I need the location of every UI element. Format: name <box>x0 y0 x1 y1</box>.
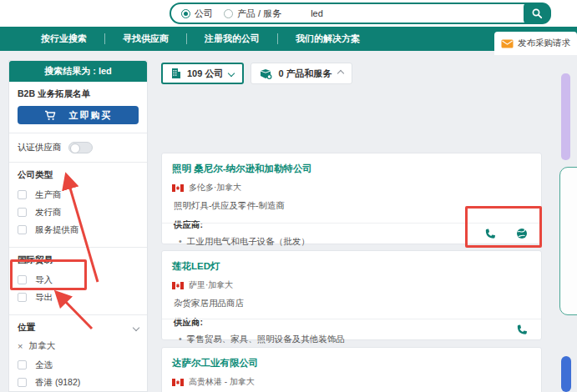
checkbox[interactable] <box>18 378 27 387</box>
selected-location-label: 加拿大 <box>28 340 55 352</box>
trade-title: 国际贸易 <box>18 254 53 266</box>
products-services-tab[interactable]: 0 产品和服务 <box>251 63 352 84</box>
main-nav: 按行业搜索 寻找供应商 注册我的公司 我们的解决方案 <box>0 27 577 51</box>
post-sourcing-request-button[interactable]: 发布采购请求 <box>494 32 577 55</box>
company-type-section: 公司类型 生产商 发行商 服务提供商 <box>9 163 147 248</box>
company-location: 高贵林港 - 加拿大 <box>189 376 255 388</box>
search-input[interactable]: led <box>311 8 323 18</box>
phone-icon <box>515 324 528 335</box>
filter-label: 香港 (9182) <box>35 377 80 389</box>
filter-label: 生产商 <box>35 189 62 201</box>
location-title: 位置 <box>18 322 35 334</box>
search-results-header: 搜索结果为 : led <box>9 61 147 82</box>
buy-now-label: 立即购买 <box>69 109 113 122</box>
selected-location-tag: × 加拿大 <box>18 339 139 354</box>
building-icon <box>171 68 181 79</box>
company-location: 多伦多·加拿大 <box>189 182 241 193</box>
canada-flag-icon <box>172 184 184 192</box>
checkbox[interactable] <box>18 293 27 302</box>
chevron-down-icon <box>228 70 235 77</box>
filter-label: 导入 <box>35 274 53 286</box>
results-type-bar: 109 公司 0 产品和服务 <box>161 63 352 84</box>
company-location: 萨里·加拿大 <box>189 279 233 291</box>
search-icon <box>531 8 544 20</box>
package-icon <box>260 68 272 79</box>
checkbox[interactable] <box>18 190 27 199</box>
chevron-down-icon[interactable] <box>133 324 139 331</box>
supplier-search-page: 公司 产品 / 服务 led 按行业搜索 寻找供应商 注册我的公司 我们的解决方… <box>0 0 577 392</box>
companies-tab-label: 109 公司 <box>187 68 223 80</box>
checkbox[interactable] <box>18 208 27 217</box>
card-actions <box>162 319 541 339</box>
search-type-and-input: 公司 产品 / 服务 led <box>170 3 550 24</box>
canada-flag-icon <box>172 379 184 386</box>
filter-manufacturer[interactable]: 生产商 <box>18 186 139 204</box>
canada-flag-icon <box>172 282 184 289</box>
verified-supplier-row: 认证供应商 <box>9 133 147 163</box>
card-actions <box>162 223 541 244</box>
b2b-list-title: B2B 业务拓展名单 <box>18 88 139 100</box>
nav-search-by-industry[interactable]: 按行业搜索 <box>23 33 104 45</box>
phone-icon <box>483 228 496 239</box>
filter-label: 全选 <box>35 359 53 371</box>
phone-button[interactable] <box>483 228 496 239</box>
website-button[interactable] <box>516 228 528 239</box>
filter-label: 发行商 <box>35 207 62 219</box>
location-section: 位置 × 加拿大 全选 香港 (9182) 中国 (2206) 印度 (1 <box>9 315 147 392</box>
globe-icon <box>516 228 528 239</box>
company-radio[interactable] <box>181 9 190 18</box>
product-service-radio-label[interactable]: 产品 / 服务 <box>237 8 281 20</box>
b2b-list-section: B2B 业务拓展名单 立即购买 <box>9 82 147 133</box>
filter-export[interactable]: 导出 <box>18 289 139 306</box>
filter-label: 服务提供商 <box>35 224 79 236</box>
company-category: 杂货家居用品商店 <box>172 298 531 309</box>
scrollbar-thumb[interactable] <box>561 73 570 160</box>
checkbox[interactable] <box>18 275 27 284</box>
company-category: 照明灯具-供应及零件-制造商 <box>172 200 531 212</box>
side-panel-edge <box>559 167 577 315</box>
cart-icon <box>44 110 56 121</box>
company-name-link[interactable]: 莲花LED灯 <box>172 260 531 273</box>
phone-button[interactable] <box>515 324 528 335</box>
buy-now-button[interactable]: 立即购买 <box>18 106 139 124</box>
nav-find-suppliers[interactable]: 寻找供应商 <box>105 33 186 45</box>
product-service-radio[interactable] <box>224 9 233 18</box>
company-name-link[interactable]: 达萨尔工业有限公司 <box>172 357 531 369</box>
filter-import[interactable]: 导入 <box>18 271 139 289</box>
international-trade-section: 国际贸易 导入 导出 <box>9 248 147 315</box>
filter-service-provider[interactable]: 服务提供商 <box>18 221 139 239</box>
verified-supplier-toggle[interactable] <box>68 142 93 153</box>
companies-tab[interactable]: 109 公司 <box>161 63 244 84</box>
right-blue-bar <box>561 356 571 392</box>
verified-supplier-label: 认证供应商 <box>18 142 62 153</box>
search-button[interactable] <box>524 3 551 24</box>
result-card: 莲花LED灯 萨里·加拿大 杂货家居用品商店 供应商: •零售贸易、家具、照明设… <box>161 250 542 340</box>
chevron-up-icon <box>337 70 343 77</box>
nav-register-company[interactable]: 注册我的公司 <box>187 33 277 45</box>
filter-hong-kong[interactable]: 香港 (9182) <box>18 374 139 391</box>
envelope-icon <box>501 39 514 48</box>
top-search-bar: 公司 产品 / 服务 led <box>0 0 577 27</box>
filters-sidebar: 搜索结果为 : led B2B 业务拓展名单 立即购买 认证供应商 公司类型 生… <box>8 60 148 392</box>
checkbox[interactable] <box>18 225 27 234</box>
result-card: 照明 桑尼尔-纳尔逊和加勒特公司 多伦多·加拿大 照明灯具-供应及零件-制造商 … <box>161 153 542 244</box>
filter-label: 导出 <box>35 292 53 304</box>
company-radio-label[interactable]: 公司 <box>195 8 213 20</box>
nav-our-solutions[interactable]: 我们的解决方案 <box>278 33 377 45</box>
company-type-title: 公司类型 <box>18 169 53 181</box>
products-tab-label: 0 产品和服务 <box>278 68 332 80</box>
remove-tag-icon[interactable]: × <box>18 342 23 351</box>
result-card: 达萨尔工业有限公司 高贵林港 - 加拿大 电灯泡和灯管 <box>161 347 542 392</box>
checkbox[interactable] <box>18 360 27 369</box>
company-name-link[interactable]: 照明 桑尼尔-纳尔逊和加勒特公司 <box>172 163 531 175</box>
post-sourcing-request-label: 发布采购请求 <box>518 38 570 49</box>
filter-distributor[interactable]: 发行商 <box>18 204 139 221</box>
filter-select-all[interactable]: 全选 <box>18 356 139 374</box>
